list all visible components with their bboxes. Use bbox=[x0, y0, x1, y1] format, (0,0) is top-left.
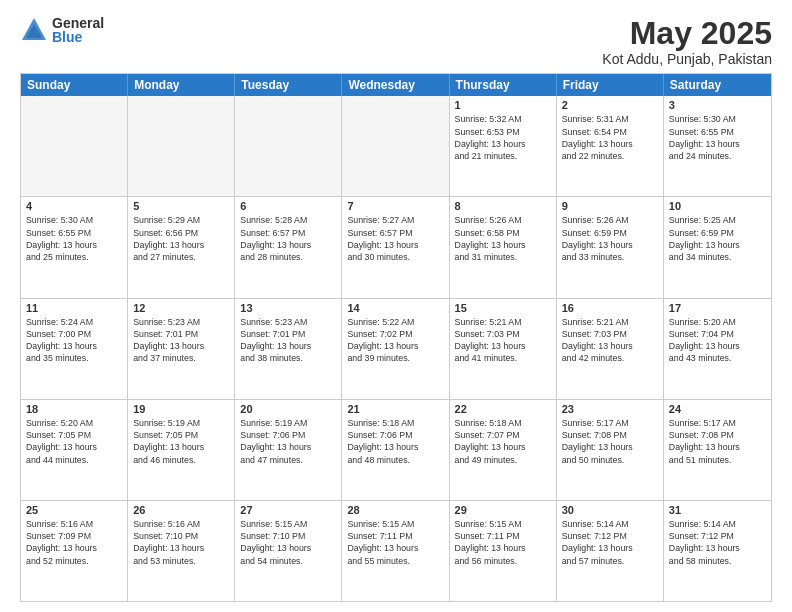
cell-info: Sunrise: 5:16 AM Sunset: 7:09 PM Dayligh… bbox=[26, 518, 122, 567]
title-block: May 2025 Kot Addu, Punjab, Pakistan bbox=[602, 16, 772, 67]
day-number: 16 bbox=[562, 302, 658, 314]
cell-info: Sunrise: 5:22 AM Sunset: 7:02 PM Dayligh… bbox=[347, 316, 443, 365]
cal-cell: 14Sunrise: 5:22 AM Sunset: 7:02 PM Dayli… bbox=[342, 299, 449, 399]
cal-cell: 20Sunrise: 5:19 AM Sunset: 7:06 PM Dayli… bbox=[235, 400, 342, 500]
cal-cell: 25Sunrise: 5:16 AM Sunset: 7:09 PM Dayli… bbox=[21, 501, 128, 601]
cell-info: Sunrise: 5:19 AM Sunset: 7:06 PM Dayligh… bbox=[240, 417, 336, 466]
cal-cell: 2Sunrise: 5:31 AM Sunset: 6:54 PM Daylig… bbox=[557, 96, 664, 196]
day-number: 5 bbox=[133, 200, 229, 212]
cell-info: Sunrise: 5:18 AM Sunset: 7:07 PM Dayligh… bbox=[455, 417, 551, 466]
cell-info: Sunrise: 5:14 AM Sunset: 7:12 PM Dayligh… bbox=[562, 518, 658, 567]
cal-cell: 6Sunrise: 5:28 AM Sunset: 6:57 PM Daylig… bbox=[235, 197, 342, 297]
day-number: 12 bbox=[133, 302, 229, 314]
day-number: 29 bbox=[455, 504, 551, 516]
logo-general-text: General bbox=[52, 16, 104, 30]
day-number: 28 bbox=[347, 504, 443, 516]
header: General Blue May 2025 Kot Addu, Punjab, … bbox=[20, 16, 772, 67]
logo-icon bbox=[20, 16, 48, 44]
header-day-friday: Friday bbox=[557, 74, 664, 96]
day-number: 8 bbox=[455, 200, 551, 212]
cal-cell bbox=[342, 96, 449, 196]
day-number: 13 bbox=[240, 302, 336, 314]
day-number: 1 bbox=[455, 99, 551, 111]
header-day-sunday: Sunday bbox=[21, 74, 128, 96]
cell-info: Sunrise: 5:17 AM Sunset: 7:08 PM Dayligh… bbox=[562, 417, 658, 466]
cell-info: Sunrise: 5:18 AM Sunset: 7:06 PM Dayligh… bbox=[347, 417, 443, 466]
cell-info: Sunrise: 5:26 AM Sunset: 6:59 PM Dayligh… bbox=[562, 214, 658, 263]
cell-info: Sunrise: 5:21 AM Sunset: 7:03 PM Dayligh… bbox=[455, 316, 551, 365]
cal-cell: 24Sunrise: 5:17 AM Sunset: 7:08 PM Dayli… bbox=[664, 400, 771, 500]
cal-cell: 12Sunrise: 5:23 AM Sunset: 7:01 PM Dayli… bbox=[128, 299, 235, 399]
day-number: 25 bbox=[26, 504, 122, 516]
day-number: 10 bbox=[669, 200, 766, 212]
cal-cell: 13Sunrise: 5:23 AM Sunset: 7:01 PM Dayli… bbox=[235, 299, 342, 399]
cal-cell: 30Sunrise: 5:14 AM Sunset: 7:12 PM Dayli… bbox=[557, 501, 664, 601]
calendar-body: 1Sunrise: 5:32 AM Sunset: 6:53 PM Daylig… bbox=[21, 96, 771, 601]
cal-cell: 31Sunrise: 5:14 AM Sunset: 7:12 PM Dayli… bbox=[664, 501, 771, 601]
cell-info: Sunrise: 5:17 AM Sunset: 7:08 PM Dayligh… bbox=[669, 417, 766, 466]
cal-cell: 26Sunrise: 5:16 AM Sunset: 7:10 PM Dayli… bbox=[128, 501, 235, 601]
cal-cell: 17Sunrise: 5:20 AM Sunset: 7:04 PM Dayli… bbox=[664, 299, 771, 399]
day-number: 27 bbox=[240, 504, 336, 516]
cell-info: Sunrise: 5:23 AM Sunset: 7:01 PM Dayligh… bbox=[133, 316, 229, 365]
cal-cell: 27Sunrise: 5:15 AM Sunset: 7:10 PM Dayli… bbox=[235, 501, 342, 601]
day-number: 14 bbox=[347, 302, 443, 314]
cell-info: Sunrise: 5:23 AM Sunset: 7:01 PM Dayligh… bbox=[240, 316, 336, 365]
calendar-subtitle: Kot Addu, Punjab, Pakistan bbox=[602, 51, 772, 67]
cal-cell: 5Sunrise: 5:29 AM Sunset: 6:56 PM Daylig… bbox=[128, 197, 235, 297]
cell-info: Sunrise: 5:19 AM Sunset: 7:05 PM Dayligh… bbox=[133, 417, 229, 466]
week-row-4: 18Sunrise: 5:20 AM Sunset: 7:05 PM Dayli… bbox=[21, 399, 771, 500]
cal-cell: 9Sunrise: 5:26 AM Sunset: 6:59 PM Daylig… bbox=[557, 197, 664, 297]
cell-info: Sunrise: 5:27 AM Sunset: 6:57 PM Dayligh… bbox=[347, 214, 443, 263]
header-day-monday: Monday bbox=[128, 74, 235, 96]
day-number: 22 bbox=[455, 403, 551, 415]
cal-cell: 10Sunrise: 5:25 AM Sunset: 6:59 PM Dayli… bbox=[664, 197, 771, 297]
calendar-title: May 2025 bbox=[602, 16, 772, 51]
cell-info: Sunrise: 5:15 AM Sunset: 7:11 PM Dayligh… bbox=[347, 518, 443, 567]
header-day-saturday: Saturday bbox=[664, 74, 771, 96]
cell-info: Sunrise: 5:30 AM Sunset: 6:55 PM Dayligh… bbox=[669, 113, 766, 162]
day-number: 23 bbox=[562, 403, 658, 415]
day-number: 19 bbox=[133, 403, 229, 415]
week-row-5: 25Sunrise: 5:16 AM Sunset: 7:09 PM Dayli… bbox=[21, 500, 771, 601]
calendar-header: SundayMondayTuesdayWednesdayThursdayFrid… bbox=[21, 74, 771, 96]
cal-cell: 3Sunrise: 5:30 AM Sunset: 6:55 PM Daylig… bbox=[664, 96, 771, 196]
cell-info: Sunrise: 5:21 AM Sunset: 7:03 PM Dayligh… bbox=[562, 316, 658, 365]
day-number: 26 bbox=[133, 504, 229, 516]
day-number: 7 bbox=[347, 200, 443, 212]
cal-cell: 11Sunrise: 5:24 AM Sunset: 7:00 PM Dayli… bbox=[21, 299, 128, 399]
cal-cell: 1Sunrise: 5:32 AM Sunset: 6:53 PM Daylig… bbox=[450, 96, 557, 196]
cell-info: Sunrise: 5:15 AM Sunset: 7:11 PM Dayligh… bbox=[455, 518, 551, 567]
logo-blue-text: Blue bbox=[52, 30, 104, 44]
week-row-2: 4Sunrise: 5:30 AM Sunset: 6:55 PM Daylig… bbox=[21, 196, 771, 297]
day-number: 30 bbox=[562, 504, 658, 516]
day-number: 4 bbox=[26, 200, 122, 212]
cal-cell: 7Sunrise: 5:27 AM Sunset: 6:57 PM Daylig… bbox=[342, 197, 449, 297]
cell-info: Sunrise: 5:28 AM Sunset: 6:57 PM Dayligh… bbox=[240, 214, 336, 263]
cal-cell bbox=[128, 96, 235, 196]
week-row-1: 1Sunrise: 5:32 AM Sunset: 6:53 PM Daylig… bbox=[21, 96, 771, 196]
calendar: SundayMondayTuesdayWednesdayThursdayFrid… bbox=[20, 73, 772, 602]
cal-cell: 29Sunrise: 5:15 AM Sunset: 7:11 PM Dayli… bbox=[450, 501, 557, 601]
cell-info: Sunrise: 5:26 AM Sunset: 6:58 PM Dayligh… bbox=[455, 214, 551, 263]
cal-cell: 15Sunrise: 5:21 AM Sunset: 7:03 PM Dayli… bbox=[450, 299, 557, 399]
header-day-thursday: Thursday bbox=[450, 74, 557, 96]
cal-cell bbox=[235, 96, 342, 196]
cell-info: Sunrise: 5:14 AM Sunset: 7:12 PM Dayligh… bbox=[669, 518, 766, 567]
cal-cell bbox=[21, 96, 128, 196]
day-number: 9 bbox=[562, 200, 658, 212]
cell-info: Sunrise: 5:16 AM Sunset: 7:10 PM Dayligh… bbox=[133, 518, 229, 567]
page: General Blue May 2025 Kot Addu, Punjab, … bbox=[0, 0, 792, 612]
day-number: 11 bbox=[26, 302, 122, 314]
cell-info: Sunrise: 5:32 AM Sunset: 6:53 PM Dayligh… bbox=[455, 113, 551, 162]
day-number: 31 bbox=[669, 504, 766, 516]
day-number: 18 bbox=[26, 403, 122, 415]
cell-info: Sunrise: 5:29 AM Sunset: 6:56 PM Dayligh… bbox=[133, 214, 229, 263]
logo: General Blue bbox=[20, 16, 104, 44]
cal-cell: 28Sunrise: 5:15 AM Sunset: 7:11 PM Dayli… bbox=[342, 501, 449, 601]
cell-info: Sunrise: 5:31 AM Sunset: 6:54 PM Dayligh… bbox=[562, 113, 658, 162]
week-row-3: 11Sunrise: 5:24 AM Sunset: 7:00 PM Dayli… bbox=[21, 298, 771, 399]
header-day-wednesday: Wednesday bbox=[342, 74, 449, 96]
cell-info: Sunrise: 5:15 AM Sunset: 7:10 PM Dayligh… bbox=[240, 518, 336, 567]
cal-cell: 22Sunrise: 5:18 AM Sunset: 7:07 PM Dayli… bbox=[450, 400, 557, 500]
